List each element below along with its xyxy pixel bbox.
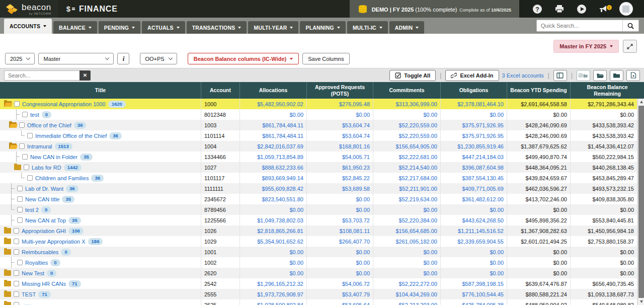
table-row[interactable]: test08012348$0.00$0.00$0.00$0.00$0.00$0.… [0, 109, 644, 120]
column-header[interactable]: Commitments [373, 82, 441, 99]
account-title-link[interactable]: Intramural [27, 143, 52, 149]
account-title-link[interactable]: New CAN title [25, 196, 59, 202]
scroll-down-icon[interactable] [638, 298, 644, 305]
folder-closed-icon[interactable] [14, 165, 21, 170]
table-row[interactable]: Royalties01002$0.00$0.00$0.00$0.00$0.00$… [0, 257, 644, 268]
brand-logo[interactable]: beacon by NETCOMM [0, 0, 58, 18]
row-checkbox[interactable] [14, 291, 19, 297]
table-row[interactable]: Lab of Dr. Want361111111$955,609,828.42$… [0, 183, 644, 194]
account-title-link[interactable]: TEST [22, 291, 36, 297]
tab-pending[interactable]: PENDING [99, 21, 140, 34]
tab-balance[interactable]: BALANCE [53, 21, 97, 34]
account-title-link[interactable]: Multi-year Appropriation X [22, 239, 86, 245]
table-row[interactable]: Labs for RD14421027$888,632,233.66$61,95… [0, 162, 644, 173]
row-checkbox[interactable] [17, 217, 23, 223]
row-checkbox[interactable] [17, 186, 23, 191]
info-button[interactable]: i [117, 53, 129, 64]
account-title-link[interactable]: New CAN in Folder [30, 154, 77, 160]
column-header[interactable]: Obligations [441, 82, 507, 99]
fiscal-year-select[interactable]: 2025 [5, 53, 35, 64]
play-video-icon[interactable] [571, 4, 593, 14]
folder-closed-icon[interactable] [4, 228, 11, 234]
account-title-link[interactable]: Royalties [25, 260, 48, 266]
row-checkbox[interactable] [14, 239, 19, 244]
row-checkbox[interactable] [17, 207, 23, 212]
account-title-link[interactable]: Lab of Dr. Want [25, 186, 63, 192]
row-checkbox[interactable] [27, 133, 33, 138]
column-header[interactable]: Account [201, 82, 240, 99]
tab-accounts[interactable]: ACCOUNTS [4, 19, 52, 34]
save-columns-button[interactable]: Save Columns [302, 53, 350, 64]
table-row[interactable]: test 208789456$0.00$0.00$0.00$0.00$0.00$… [0, 204, 644, 215]
tab-planning[interactable]: PLANNING [300, 21, 345, 34]
fiscal-year-status[interactable]: DEMO | FY 2025 (100% complete) Complete … [350, 0, 519, 18]
column-header[interactable]: Beacon Balance Remaining [571, 82, 644, 99]
oops-select[interactable]: OO+PS [140, 53, 177, 64]
folder-closed-icon[interactable] [4, 249, 11, 255]
scroll-up-icon[interactable] [638, 99, 644, 105]
print-icon[interactable] [548, 5, 571, 14]
row-checkbox[interactable] [14, 228, 19, 234]
account-title-link[interactable]: Missing HR CANs [22, 281, 66, 287]
row-checkbox[interactable] [14, 270, 19, 276]
excel-accounts-link[interactable]: 3 Excel accounts [502, 72, 544, 79]
excel-export-icon[interactable]: x [626, 70, 640, 81]
select-folder-icon[interactable] [577, 70, 590, 81]
open-folder-icon[interactable] [593, 70, 607, 81]
tab-admin[interactable]: ADMIN [389, 21, 424, 34]
account-title-link[interactable]: Labs for RD [32, 165, 61, 171]
column-header[interactable]: Allocations [240, 82, 307, 99]
table-search-input[interactable] [4, 70, 79, 81]
folder-open-icon[interactable] [9, 143, 17, 149]
column-header[interactable]: Beacon YTD Spending [507, 82, 571, 99]
scrollbar-thumb[interactable] [638, 106, 644, 298]
table-row[interactable]: New CAN title352345672$823,540,551.80$0.… [0, 194, 644, 204]
announcements-icon[interactable]: ! [593, 4, 615, 14]
account-title-link[interactable]: Appropriation GHI [22, 228, 66, 234]
row-checkbox[interactable] [17, 260, 23, 265]
table-row[interactable]: Intramural15131004$2,842,016,037.69$168,… [0, 141, 644, 151]
clear-search-icon[interactable]: ✕ [79, 70, 91, 81]
row-checkbox[interactable] [17, 196, 23, 202]
row-checkbox[interactable] [14, 302, 19, 305]
help-icon[interactable]: ? [526, 4, 548, 14]
account-title-link[interactable]: Immediate Office of the Chief [35, 133, 107, 139]
row-checkbox[interactable] [19, 143, 25, 149]
column-header[interactable]: Title [0, 82, 201, 99]
master-fy-dropdown[interactable]: Master in FY 2025 [553, 40, 619, 53]
excel-addin-button[interactable]: Excel Add-In [445, 70, 499, 81]
tab-multi-year[interactable]: MULTI-YEAR [248, 21, 298, 34]
table-row[interactable]: Immediate Office of the Chief361101114$8… [0, 130, 644, 141]
account-title-link[interactable]: New Test [22, 270, 44, 276]
folder-closed-icon[interactable] [4, 291, 11, 297]
row-checkbox[interactable] [22, 112, 28, 117]
column-layout-icon[interactable] [553, 70, 567, 81]
tab-multi-ic[interactable]: MULTI-IC [347, 21, 388, 34]
table-row[interactable]: TEST712555$1,973,726,908.97$53,407.79$10… [0, 289, 644, 299]
table-row[interactable]: New CAN at Top351225566$1,049,738,802.03… [0, 215, 644, 225]
table-row[interactable]: New Test02620$0.00$0.00$0.00$0.00$0.00$0… [0, 268, 644, 278]
account-title-link[interactable]: Congressional Appropriation 1000 [22, 101, 106, 107]
table-row[interactable]: New CAN in Folder351334466$1,059,713,854… [0, 151, 644, 162]
row-checkbox[interactable] [14, 101, 20, 107]
account-title-link[interactable]: New CAN at Top [25, 217, 66, 223]
row-checkbox[interactable] [14, 281, 19, 286]
table-row[interactable]: Reimbursables01001$0.00$0.00$0.00$0.00$0… [0, 247, 644, 257]
row-checkbox[interactable] [14, 249, 19, 255]
folder-closed-icon[interactable] [4, 239, 11, 244]
table-row[interactable]: 2625$1,028,500,802.84$53,605.64$52,213,2… [0, 299, 644, 305]
account-title-link[interactable]: Children and Families [35, 175, 89, 181]
column-header[interactable]: Approved Requests (POTS) [307, 82, 373, 99]
tab-transactions[interactable]: TRANSACTIONS [187, 21, 247, 34]
row-checkbox[interactable] [19, 122, 25, 128]
folder-closed-icon[interactable] [4, 302, 11, 305]
table-row[interactable]: Multi-year Appropriation X1861029$5,354,… [0, 236, 644, 247]
row-checkbox[interactable] [24, 165, 29, 170]
tab-actuals[interactable]: ACTUALS [142, 21, 185, 34]
account-title-link[interactable]: Office of the Chief [27, 122, 71, 128]
columns-preset-dropdown[interactable]: Beacon Balance columns (IC-Wide) [188, 53, 299, 64]
toggle-all-button[interactable]: Toggle All [389, 70, 436, 81]
folder-closed-icon[interactable] [4, 281, 11, 286]
table-row[interactable]: Appropriation GHI1061026$2,818,865,266.8… [0, 225, 644, 236]
folder-open-icon[interactable] [9, 122, 17, 128]
